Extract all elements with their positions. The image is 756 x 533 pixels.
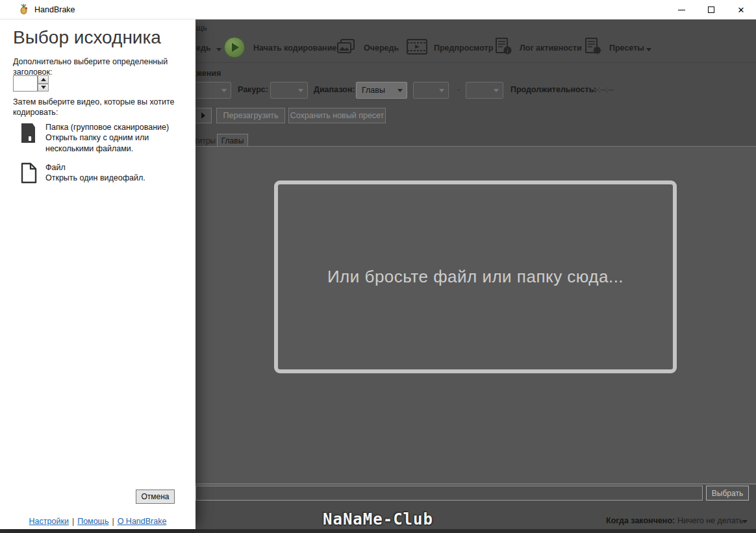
choose-hint-text: Затем выберите видео, которые вы хотите … [13,97,181,118]
preview-button[interactable]: Предпросмотр [434,43,493,53]
tab-chapters[interactable]: Главы [217,134,248,147]
tab-subtitles-fragment[interactable]: титры [194,136,216,145]
link-separator: | [112,517,114,526]
duration-label: Продолжительность: [510,85,596,94]
file-option-title: Файл [45,162,175,173]
handbrake-logo-icon [18,4,29,15]
title-number-stepper [13,75,49,92]
panel-footer-links: Настройки|Помощь|О HandBrake [0,517,195,526]
close-icon: ✕ [738,6,745,14]
handbrake-window: HandBrake ✕ щь едь Начать кодирование Оч… [0,0,756,533]
title-hint-text: Дополнительно выберите определенный заго… [13,56,177,78]
queue-icon[interactable] [336,38,356,55]
arrow-right-icon [201,112,205,119]
batch-folder-icon [19,122,39,145]
menu-help-fragment[interactable]: щь [196,23,207,32]
folder-option-title: Папка (групповое сканирование) [45,122,175,132]
title-select[interactable] [192,82,231,99]
when-done-label: Когда закончено: [606,516,675,525]
source-selection-panel: Выбор исходника Дополнительно выберите о… [0,19,195,529]
open-file-option[interactable]: Файл Открыть один видеофайл. [19,162,175,184]
queue-button[interactable]: Очередь [364,43,399,53]
spin-up-button[interactable] [38,75,49,84]
chevron-down-icon[interactable] [646,48,651,51]
chevron-down-icon[interactable] [216,48,221,51]
start-encode-label[interactable]: Начать кодирование [253,43,336,53]
about-link[interactable]: О HandBrake [118,517,167,526]
source-header-fragment: жения [196,69,221,78]
file-drop-zone[interactable]: Или бросьте файл или папку сюда... [274,180,677,373]
presets-icon[interactable] [585,38,603,56]
angle-select[interactable] [270,82,308,99]
play-icon [232,43,239,52]
watermark: NaNaMe-Club [323,510,433,528]
open-folder-option[interactable]: Папка (групповое сканирование) Открыть п… [19,122,175,154]
presets-button[interactable]: Пресеты [609,43,644,53]
range-separator: - [457,85,460,94]
preset-dropdown-button[interactable] [194,108,212,123]
file-icon [19,162,39,184]
arrow-down-icon [41,86,46,89]
window-bottom-edge [0,529,756,533]
add-to-queue-button[interactable]: едь [196,43,211,53]
start-encode-button[interactable] [224,37,245,58]
minimize-icon [678,10,685,10]
chevron-down-icon[interactable] [742,520,748,523]
save-new-preset-button[interactable]: Сохранить новый пресет [288,108,386,123]
duration-value: --:--:-- [593,85,614,94]
activity-log-icon[interactable]: i [495,38,513,56]
range-type-select[interactable]: Главы [356,82,407,99]
activity-log-button[interactable]: Лог активности [520,43,582,53]
range-end-select[interactable] [466,82,503,99]
range-start-select[interactable] [413,82,449,99]
window-title: HandBrake [34,5,75,14]
maximize-icon [708,6,714,13]
range-label: Диапазон: [314,85,355,94]
reload-preset-button[interactable]: Перезагрузить [216,108,285,123]
file-option-desc: Открыть один видеофайл. [45,173,175,183]
spin-down-button[interactable] [38,84,49,92]
cancel-button[interactable]: Отмена [136,490,175,504]
panel-title: Выбор исходника [13,27,161,48]
arrow-up-icon [41,78,46,81]
titlebar: HandBrake ✕ [0,0,756,19]
title-number-input[interactable] [13,75,38,92]
drop-zone-text: Или бросьте файл или папку сюда... [327,267,624,287]
destination-path-input[interactable] [195,486,703,501]
folder-option-desc: Открыть папку с одним или несколькими фа… [45,132,175,154]
preferences-link[interactable]: Настройки [29,517,69,526]
link-separator: | [72,517,74,526]
maximize-button[interactable] [696,0,726,19]
close-button[interactable]: ✕ [726,0,756,19]
preview-icon[interactable] [407,38,427,55]
angle-label: Ракурс: [238,85,268,94]
help-link[interactable]: Помощь [77,517,108,526]
minimize-button[interactable] [666,0,696,19]
when-done-select[interactable]: Ничего не делать [677,516,744,525]
browse-button[interactable]: Выбрать [706,486,749,501]
